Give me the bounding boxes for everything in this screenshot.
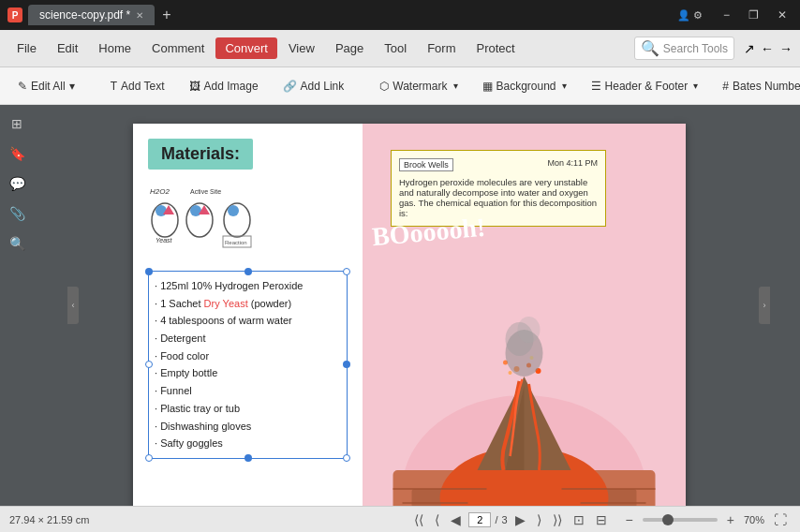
forward-icon[interactable]: →	[779, 41, 793, 56]
annotation-header: Brook Wells Mon 4:11 PM	[399, 158, 598, 171]
prev-page-button[interactable]: ⟨	[431, 510, 443, 529]
add-text-label: Add Text	[121, 80, 164, 93]
menu-file[interactable]: File	[7, 37, 46, 59]
watermark-label: Watermark	[393, 80, 447, 93]
total-pages: 3	[501, 514, 507, 525]
materials-list: 125ml 10% Hydrogen Peroxide 1 Sachet Dry…	[155, 277, 339, 452]
svg-text:Active Site: Active Site	[190, 188, 221, 195]
menu-protect[interactable]: Protect	[467, 37, 524, 59]
menu-tool[interactable]: Tool	[375, 37, 416, 59]
sidebar-attachments-icon[interactable]: 📎	[6, 202, 28, 225]
edit-all-label: Edit All	[31, 80, 66, 93]
svg-text:Reaction: Reaction	[225, 240, 247, 245]
new-tab-button[interactable]: +	[156, 7, 176, 23]
menu-form[interactable]: Form	[418, 37, 465, 59]
edit-icon: ✎	[18, 80, 27, 93]
materials-title: Materials:	[148, 139, 253, 170]
zoom-controls: − + 70% ⛶	[622, 510, 791, 529]
back-icon[interactable]: ←	[761, 41, 774, 56]
annotation-author: Brook Wells	[399, 158, 453, 171]
title-bar-tabs: science-copy.pdf * ✕ +	[28, 5, 177, 25]
menu-convert[interactable]: Convert	[215, 37, 277, 59]
next-page-button[interactable]: ⟩	[533, 510, 545, 529]
handle-bottom-left	[145, 454, 153, 462]
list-item: Detergent	[155, 330, 339, 347]
next-page-arrow[interactable]: ▶	[511, 510, 529, 529]
fit-width-button[interactable]: ⊟	[592, 510, 611, 529]
sidebar-search-icon[interactable]: 🔍	[6, 232, 28, 255]
current-page-input[interactable]	[468, 512, 491, 527]
list-item: Food color	[155, 347, 339, 365]
fullscreen-button[interactable]: ⛶	[770, 510, 791, 529]
share-icon[interactable]: ↗	[744, 41, 755, 56]
menu-home[interactable]: Home	[89, 37, 141, 59]
search-icon: 🔍	[641, 39, 659, 57]
list-item: Dishwashing gloves	[155, 418, 339, 436]
zoom-level: 70%	[744, 514, 764, 525]
materials-text-box: 125ml 10% Hydrogen Peroxide 1 Sachet Dry…	[148, 271, 348, 459]
active-tab[interactable]: science-copy.pdf * ✕	[28, 5, 155, 25]
list-item: 4 tablespoons of warm water	[155, 312, 339, 330]
watermark-button[interactable]: ⬡ Watermark	[369, 75, 467, 97]
handle-top-middle	[244, 268, 252, 275]
dry-yeast-highlight: Dry Yeast	[204, 298, 248, 309]
menu-page[interactable]: Page	[326, 37, 373, 59]
add-text-button[interactable]: T Add Text	[100, 75, 175, 97]
svg-point-6	[190, 205, 201, 216]
restore-button[interactable]: ❐	[743, 7, 764, 23]
sidebar-comments-icon[interactable]: 💬	[6, 172, 28, 195]
link-icon: 🔗	[283, 80, 297, 93]
last-page-button[interactable]: ⟩⟩	[549, 510, 566, 529]
handle-top-right	[343, 268, 350, 275]
sidebar-bookmarks-icon[interactable]: 🔖	[6, 142, 28, 165]
minimize-button[interactable]: −	[718, 7, 735, 23]
background-button[interactable]: ▦ Background	[472, 75, 577, 97]
list-item: 1 Sachet Dry Yeast (powder)	[155, 295, 339, 313]
bates-icon: #	[722, 80, 729, 93]
fit-page-button[interactable]: ⊡	[570, 510, 588, 529]
boo-text: BOooooh!	[371, 213, 487, 252]
volcano-illustration: 4400°c	[363, 283, 686, 506]
close-button[interactable]: ✕	[772, 7, 793, 23]
bates-number-button[interactable]: # Bates Number	[712, 75, 800, 97]
right-sidebar-toggle-button[interactable]: ›	[759, 287, 770, 324]
edit-all-button[interactable]: ✎ Edit All ▾	[7, 75, 85, 97]
handle-middle-right	[343, 361, 350, 368]
add-image-button[interactable]: 🖼 Add Image	[179, 75, 269, 97]
page-navigation: ⟨⟨ ⟨ ◀ / 3 ▶ ⟩ ⟩⟩ ⊡ ⊟	[410, 510, 610, 529]
svg-text:Yeast: Yeast	[156, 237, 173, 244]
title-bar-controls: 👤 ⚙ − ❐ ✕	[677, 7, 793, 23]
zoom-out-button[interactable]: −	[622, 510, 637, 529]
header-footer-label: Header & Footer	[605, 80, 689, 93]
zoom-in-button[interactable]: +	[723, 510, 738, 529]
watermark-icon: ⬡	[379, 80, 389, 93]
add-link-button[interactable]: 🔗 Add Link	[273, 75, 355, 97]
prev-page-arrow[interactable]: ◀	[447, 510, 465, 529]
tab-filename: science-copy.pdf *	[39, 8, 130, 22]
bates-number-label: Bates Number	[733, 80, 800, 93]
edit-all-arrow: ▾	[69, 80, 75, 93]
first-page-button[interactable]: ⟨⟨	[410, 510, 427, 529]
title-bar-left: P science-copy.pdf * ✕ +	[7, 5, 677, 25]
page-dimensions: 27.94 × 21.59 cm	[9, 514, 399, 525]
svg-point-32	[518, 317, 541, 343]
menu-edit[interactable]: Edit	[48, 37, 87, 59]
text-icon: T	[111, 80, 117, 93]
handle-top-left	[145, 268, 153, 275]
handle-middle-left	[145, 361, 153, 368]
sidebar-toggle-button[interactable]: ‹	[67, 287, 79, 324]
menu-view[interactable]: View	[279, 37, 324, 59]
header-footer-button[interactable]: ☰ Header & Footer	[581, 75, 709, 97]
search-placeholder: Search Tools	[663, 42, 728, 55]
add-link-label: Add Link	[301, 80, 345, 93]
left-sidebar: ⊞ 🔖 💬 📎 🔍	[0, 105, 34, 506]
zoom-slider[interactable]	[643, 518, 718, 522]
menu-comment[interactable]: Comment	[142, 37, 214, 59]
user-icons: 👤 ⚙	[677, 9, 703, 22]
tab-close-button[interactable]: ✕	[136, 10, 143, 21]
background-label: Background	[496, 80, 556, 93]
header-footer-icon: ☰	[591, 80, 601, 93]
list-item: Safty goggles	[155, 435, 339, 452]
right-sidebar	[785, 105, 800, 506]
sidebar-pages-icon[interactable]: ⊞	[6, 112, 28, 135]
